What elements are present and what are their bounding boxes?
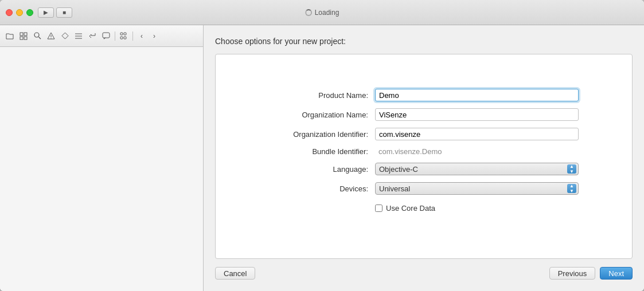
main-area: ‹ › Choose options for your new project:… xyxy=(0,25,644,291)
svg-point-4 xyxy=(34,33,39,37)
core-data-row: Use Core Data xyxy=(269,204,579,213)
minimize-button[interactable] xyxy=(16,9,23,16)
language-select-wrapper: Objective-C Swift ▲ ▼ xyxy=(375,163,579,175)
svg-rect-13 xyxy=(103,33,110,38)
bundle-id-row: Bundle Identifier: com.visenze.Demo xyxy=(269,147,579,156)
chat-icon[interactable] xyxy=(100,30,112,42)
main-window: ▶ ■ Loading xyxy=(0,0,644,291)
use-core-data-label[interactable]: Use Core Data xyxy=(375,204,435,213)
loading-spinner-icon xyxy=(305,9,312,16)
org-name-row: Organization Name: xyxy=(269,108,579,121)
sidebar-content xyxy=(0,47,203,291)
nav-back-button[interactable]: ‹ xyxy=(135,30,148,42)
bundle-id-value: com.visenze.Demo xyxy=(375,147,579,156)
product-name-row: Product Name: xyxy=(269,89,579,101)
navigation-buttons: Previous Next xyxy=(549,267,633,280)
org-name-label: Organization Name: xyxy=(269,111,375,119)
devices-label: Devices: xyxy=(269,184,375,193)
org-id-label: Organization Identifier: xyxy=(269,130,375,139)
nav-forward-button[interactable]: › xyxy=(148,30,161,42)
titlebar-title-text: Loading xyxy=(315,9,339,17)
toolbar-separator xyxy=(115,32,115,41)
stop-button[interactable]: ■ xyxy=(56,7,72,18)
app-grid-icon[interactable] xyxy=(118,30,130,42)
nav-arrows: ‹ › xyxy=(135,30,161,42)
use-core-data-checkbox[interactable] xyxy=(375,205,383,212)
maximize-button[interactable] xyxy=(26,9,33,16)
titlebar-title: Loading xyxy=(305,9,339,17)
dialog-panel: Product Name: Organization Name: Organiz… xyxy=(215,54,633,259)
toolbar: ‹ › xyxy=(0,25,203,47)
warning-icon[interactable] xyxy=(45,30,57,42)
svg-marker-9 xyxy=(62,33,68,39)
use-core-data-text: Use Core Data xyxy=(386,204,435,213)
svg-rect-2 xyxy=(20,37,23,40)
close-button[interactable] xyxy=(6,9,13,16)
devices-select-wrapper: Universal iPhone iPad ▲ ▼ xyxy=(375,182,579,195)
diamond-icon[interactable] xyxy=(58,30,71,42)
return-icon[interactable] xyxy=(86,30,99,42)
dialog-title: Choose options for your new project: xyxy=(215,37,633,46)
org-name-input[interactable] xyxy=(375,108,579,121)
toolbar-separator-2 xyxy=(132,32,133,41)
grid-icon[interactable] xyxy=(17,30,30,42)
product-name-input[interactable] xyxy=(375,89,579,101)
search-icon[interactable] xyxy=(31,30,44,42)
org-id-input[interactable] xyxy=(375,128,579,140)
next-button[interactable]: Next xyxy=(600,267,633,280)
devices-select[interactable]: Universal iPhone iPad xyxy=(375,182,579,195)
cancel-button[interactable]: Cancel xyxy=(215,267,255,280)
svg-point-8 xyxy=(50,38,51,38)
svg-rect-17 xyxy=(124,37,126,39)
sidebar: ‹ › xyxy=(0,25,204,291)
product-name-label: Product Name: xyxy=(269,91,375,100)
svg-rect-15 xyxy=(124,33,126,35)
svg-rect-14 xyxy=(120,33,123,35)
dialog-area: Choose options for your new project: Pro… xyxy=(204,25,644,291)
dialog-footer: Cancel Previous Next xyxy=(215,267,633,280)
language-select[interactable]: Objective-C Swift xyxy=(375,163,579,175)
list-icon[interactable] xyxy=(72,30,85,42)
bundle-id-label: Bundle Identifier: xyxy=(269,147,375,156)
svg-line-5 xyxy=(38,37,41,40)
play-button[interactable]: ▶ xyxy=(38,7,54,18)
folder-icon[interactable] xyxy=(3,30,16,42)
language-label: Language: xyxy=(269,165,375,174)
traffic-lights xyxy=(6,9,33,16)
titlebar: ▶ ■ Loading xyxy=(0,0,644,25)
svg-rect-16 xyxy=(120,37,123,39)
devices-row: Devices: Universal iPhone iPad ▲ ▼ xyxy=(269,182,579,195)
previous-button[interactable]: Previous xyxy=(549,267,596,280)
svg-rect-0 xyxy=(20,33,23,36)
titlebar-controls: ▶ ■ xyxy=(38,7,72,18)
svg-rect-3 xyxy=(24,37,27,40)
org-id-row: Organization Identifier: xyxy=(269,128,579,140)
language-row: Language: Objective-C Swift ▲ ▼ xyxy=(269,163,579,175)
svg-rect-1 xyxy=(24,33,27,36)
form-area: Product Name: Organization Name: Organiz… xyxy=(227,72,620,247)
